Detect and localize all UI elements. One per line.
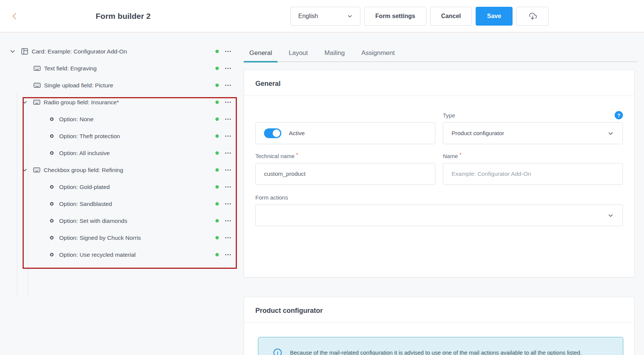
required-asterisk: *	[459, 152, 461, 158]
tree-item-label: Option: Gold-plated	[59, 184, 110, 190]
status-dot-green	[215, 253, 219, 256]
status-dot-green	[215, 202, 219, 206]
name-input[interactable]	[443, 163, 623, 185]
back-button[interactable]	[9, 11, 20, 22]
cloud-download-icon	[528, 11, 537, 21]
tab-general[interactable]: General	[244, 49, 278, 62]
info-banner: i Because of the mail-related configurat…	[258, 337, 623, 355]
page-title: Form builder 2	[96, 12, 151, 21]
language-select[interactable]: English	[290, 7, 360, 26]
chevron-down-icon[interactable]	[10, 49, 15, 54]
chevron-down-icon	[608, 213, 613, 218]
tree-item-label: Option: None	[59, 116, 93, 123]
general-card: General Active Type ?	[244, 70, 635, 277]
ellipsis-menu-icon[interactable]	[225, 254, 231, 256]
status-dot-green	[215, 236, 219, 239]
tab-assignment[interactable]: Assignment	[356, 49, 400, 62]
status-dot-green	[215, 168, 219, 172]
help-icon[interactable]: ?	[615, 111, 623, 119]
tree-item[interactable]: Option: Sandblasted	[0, 195, 244, 212]
save-button[interactable]: Save	[476, 7, 513, 26]
option-bullet-icon	[49, 201, 54, 206]
header-actions: English Form settings Cancel Save	[290, 7, 549, 26]
tab-layout[interactable]: Layout	[283, 49, 313, 62]
technical-name-label: Technical name*	[255, 152, 298, 160]
keyboard-icon	[33, 81, 41, 89]
ellipsis-menu-icon[interactable]	[225, 203, 231, 205]
tree-item-label: Option: Use recycled material	[59, 251, 136, 258]
type-select-value: Product configurator	[452, 130, 504, 137]
chevron-down-icon[interactable]	[22, 99, 27, 105]
technical-name-input[interactable]	[255, 163, 435, 185]
tree-item[interactable]: Option: Theft protection	[0, 128, 244, 145]
field-tree: Card: Example: Configurator Add-OnText f…	[0, 32, 244, 355]
keyboard-icon	[33, 98, 41, 106]
tree-item[interactable]: Text field: Engraving	[0, 60, 244, 77]
ellipsis-menu-icon[interactable]	[225, 169, 231, 171]
info-banner-text: Because of the mail-related configuratio…	[290, 349, 582, 355]
general-card-header: General	[244, 70, 634, 96]
tab-mailing[interactable]: Mailing	[319, 49, 351, 62]
form-settings-button[interactable]: Form settings	[364, 7, 426, 26]
tree-item[interactable]: Option: None	[0, 111, 244, 128]
ellipsis-menu-icon[interactable]	[225, 220, 231, 222]
tree-item-label: Option: Signed by Chuck Norris	[59, 235, 141, 241]
tree-item-label: Single upload field: Picture	[44, 82, 113, 89]
ellipsis-menu-icon[interactable]	[225, 68, 231, 69]
tree-item-label: Radio group field: Insurance*	[44, 99, 119, 106]
option-bullet-icon	[49, 151, 54, 155]
tree-item[interactable]: Checkbox group field: Refining	[0, 162, 244, 178]
status-dot-green	[215, 134, 219, 138]
app-header: Form builder 2 English Form settings Can…	[0, 0, 644, 32]
ellipsis-menu-icon[interactable]	[225, 51, 231, 52]
ellipsis-menu-icon[interactable]	[225, 119, 231, 120]
type-label: Type	[443, 111, 455, 119]
ellipsis-menu-icon[interactable]	[225, 102, 231, 103]
type-select[interactable]: Product configurator	[443, 122, 623, 144]
ellipsis-menu-icon[interactable]	[225, 85, 231, 86]
active-toggle-box: Active	[255, 122, 435, 144]
keyboard-icon	[33, 166, 41, 174]
status-dot-green	[215, 219, 219, 222]
info-icon: i	[273, 349, 282, 355]
tree-item[interactable]: Option: All inclusive	[0, 145, 244, 162]
tree-item[interactable]: Option: Gold-plated	[0, 178, 244, 195]
form-builder-app: Form builder 2 English Form settings Can…	[0, 0, 644, 355]
product-card-header: Product configurator	[244, 297, 634, 323]
status-dot-green	[215, 101, 219, 104]
form-actions-label: Form actions	[255, 193, 288, 201]
tree-item-label: Option: Theft protection	[59, 133, 120, 140]
tree-item[interactable]: Option: Use recycled material	[0, 246, 244, 263]
tree-item[interactable]: Card: Example: Configurator Add-On	[0, 43, 244, 60]
tree-item[interactable]: Option: Set with diamonds	[0, 212, 244, 229]
status-dot-green	[215, 151, 219, 155]
detail-tabs: GeneralLayoutMailingAssignment	[244, 44, 637, 62]
status-dot-green	[215, 84, 219, 87]
cloud-download-button[interactable]	[516, 7, 549, 26]
ellipsis-menu-icon[interactable]	[225, 186, 231, 188]
name-label: Name*	[443, 152, 461, 160]
chevron-down-icon[interactable]	[22, 167, 27, 173]
active-toggle-label: Active	[289, 130, 305, 137]
option-bullet-icon	[49, 134, 54, 139]
ellipsis-menu-icon[interactable]	[225, 136, 231, 137]
form-actions-select[interactable]	[255, 204, 623, 226]
keyboard-icon	[33, 64, 41, 72]
tree-item[interactable]: Radio group field: Insurance*	[0, 94, 244, 111]
status-dot-green	[215, 117, 219, 121]
status-dot-green	[215, 50, 219, 53]
tree-item[interactable]: Single upload field: Picture	[0, 77, 244, 94]
ellipsis-menu-icon[interactable]	[225, 152, 231, 154]
product-card-title: Product configurator	[255, 307, 623, 315]
status-dot-green	[215, 185, 219, 189]
general-card-title: General	[255, 80, 623, 88]
tree-item-label: Option: Sandblasted	[59, 201, 112, 207]
tree-item[interactable]: Option: Signed by Chuck Norris	[0, 229, 244, 246]
cancel-button[interactable]: Cancel	[430, 7, 472, 26]
active-toggle[interactable]	[264, 128, 281, 138]
ellipsis-menu-icon[interactable]	[225, 237, 231, 239]
tree-item-label: Card: Example: Configurator Add-On	[32, 48, 127, 55]
status-dot-green	[215, 67, 219, 70]
tree-item-label: Checkbox group field: Refining	[44, 167, 123, 174]
language-select-value: English	[298, 13, 318, 20]
